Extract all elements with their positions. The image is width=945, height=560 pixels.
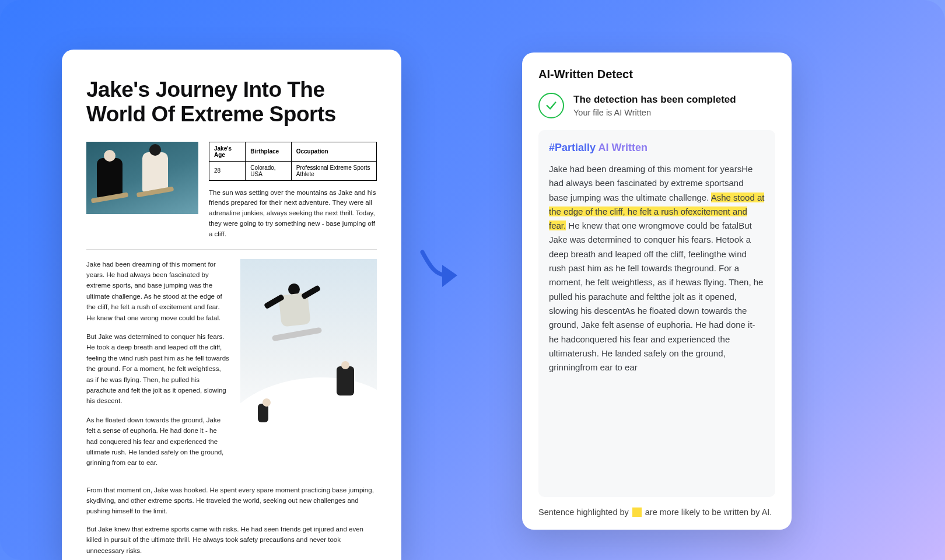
info-value-age: 28 <box>209 161 246 180</box>
info-value-birthplace: Colorado, USA <box>246 161 291 180</box>
hero-image-snowboarders <box>86 142 198 214</box>
document-mid-row: Jake had been dreaming of this moment fo… <box>86 259 377 477</box>
divider <box>86 249 377 250</box>
closing-column: From that moment on, Jake was hooked. He… <box>86 485 377 560</box>
intro-paragraph: The sun was setting over the mountains a… <box>209 188 377 240</box>
legend-text-before: Sentence highlighted by <box>538 508 629 517</box>
info-table: Jake's Age Birthplace Occupation 28 Colo… <box>209 142 377 181</box>
analysis-text: Jake had been dreaming of this moment fo… <box>549 162 765 374</box>
detection-card: AI-Written Detect The detection has been… <box>522 52 792 530</box>
info-header-occupation: Occupation <box>291 142 376 161</box>
body-paragraph: But Jake knew that extreme sports came w… <box>86 524 377 556</box>
classification-tag: #Partially AI Written <box>549 142 765 154</box>
document-meta-column: Jake's Age Birthplace Occupation 28 Colo… <box>209 142 377 240</box>
check-circle-icon <box>538 93 564 118</box>
analysis-after: He knew that one wrongmove could be fata… <box>549 220 763 372</box>
document-title: Jake's Journey Into The World Of Extreme… <box>86 78 377 127</box>
body-paragraph: Jake had been dreaming of this moment fo… <box>86 259 230 323</box>
detection-status-row: The detection has been completed Your fi… <box>538 93 775 118</box>
info-header-birthplace: Birthplace <box>246 142 291 161</box>
legend: Sentence highlighted by are more likely … <box>538 508 775 517</box>
detection-panel-title: AI-Written Detect <box>538 68 775 81</box>
body-column: Jake had been dreaming of this moment fo… <box>86 259 230 477</box>
document-top-row: Jake's Age Birthplace Occupation 28 Colo… <box>86 142 377 240</box>
legend-swatch-icon <box>632 508 642 517</box>
document-card: Jake's Journey Into The World Of Extreme… <box>62 50 401 560</box>
status-subtext: Your file is AI Written <box>573 108 736 117</box>
body-paragraph: But Jake was determined to conquer his f… <box>86 331 230 407</box>
status-heading: The detection has been completed <box>573 94 736 106</box>
arrow-icon <box>419 246 460 299</box>
result-box: #Partially AI Written Jake had been drea… <box>538 130 775 497</box>
info-value-occupation: Professional Extreme Sports Athlete <box>291 161 376 180</box>
canvas: Jake's Journey Into The World Of Extreme… <box>0 0 945 560</box>
body-paragraph: From that moment on, Jake was hooked. He… <box>86 485 377 517</box>
info-header-age: Jake's Age <box>209 142 246 161</box>
tag-hash: #Partially <box>549 142 598 153</box>
legend-text-after: are more likely to be written by AI. <box>645 508 772 517</box>
tag-rest: AI Written <box>598 142 648 153</box>
body-image-jump <box>240 259 377 448</box>
body-paragraph: As he floated down towards the ground, J… <box>86 415 230 468</box>
